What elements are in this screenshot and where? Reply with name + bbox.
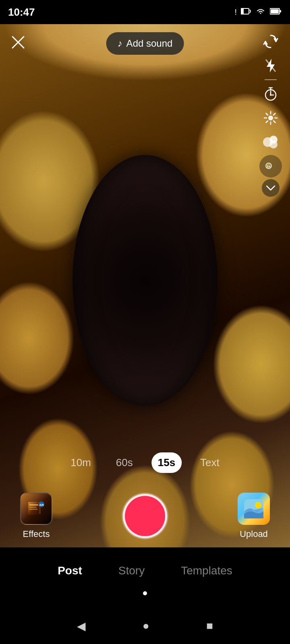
svg-rect-28: [28, 502, 40, 515]
back-button[interactable]: ◀: [77, 619, 86, 633]
flip-camera-button[interactable]: [259, 30, 282, 53]
effects-label: Effects: [23, 529, 50, 539]
upload-icon: [238, 493, 270, 525]
svg-text:AR: AR: [39, 503, 44, 507]
tab-post[interactable]: Post: [50, 560, 90, 581]
record-button[interactable]: [123, 494, 167, 538]
music-note-icon: ♪: [118, 38, 122, 49]
more-options-button[interactable]: [262, 179, 280, 197]
svg-rect-1: [241, 8, 244, 14]
svg-point-14: [268, 116, 273, 120]
record-button-inner: [129, 500, 161, 532]
add-sound-button[interactable]: ♪ Add sound: [106, 32, 184, 55]
effects-icon: AR: [20, 493, 52, 525]
svg-point-25: [269, 140, 278, 149]
zoom-button[interactable]: 1x: [259, 155, 282, 178]
add-sound-label: Add sound: [126, 38, 173, 49]
recents-button[interactable]: ■: [206, 619, 213, 632]
tiktok-tabs: Post Story Templates: [0, 547, 290, 608]
svg-rect-3: [280, 10, 281, 12]
flash-button[interactable]: [259, 54, 282, 77]
screen-cast-icon: [241, 7, 251, 17]
duration-60s[interactable]: 60s: [110, 452, 139, 473]
duration-text[interactable]: Text: [194, 452, 226, 473]
alert-icon: !: [234, 8, 237, 17]
home-button[interactable]: ●: [143, 619, 149, 632]
svg-rect-32: [29, 507, 37, 508]
svg-rect-33: [29, 509, 37, 510]
nav-row: Post Story Templates: [50, 560, 240, 581]
duration-selector: 10m 60s 15s Text: [64, 452, 226, 473]
status-icons: !: [234, 7, 282, 17]
duration-10m[interactable]: 10m: [64, 452, 97, 473]
close-button[interactable]: [8, 32, 28, 52]
svg-rect-4: [271, 9, 279, 13]
system-navigation: ◀ ● ■: [0, 608, 290, 644]
svg-line-20: [273, 121, 276, 123]
svg-point-13: [270, 94, 271, 96]
effects-button[interactable]: AR Effects: [20, 493, 52, 539]
sunflower-center: [72, 155, 218, 406]
bottom-section: Post Story Templates ◀ ● ■: [0, 547, 290, 644]
svg-line-19: [266, 114, 268, 116]
svg-rect-29: [28, 502, 40, 515]
status-time: 10:47: [8, 6, 35, 19]
battery-icon: [270, 7, 282, 17]
color-filters-button[interactable]: [259, 131, 282, 153]
svg-rect-31: [29, 504, 38, 506]
svg-line-22: [266, 121, 268, 123]
beauty-effects-button[interactable]: [259, 107, 282, 129]
tab-story[interactable]: Story: [110, 560, 153, 581]
upload-button[interactable]: Upload: [238, 493, 270, 539]
wifi-icon: [255, 7, 266, 17]
tab-templates[interactable]: Templates: [173, 560, 240, 581]
camera-bottom-controls: AR Effects Upload: [0, 493, 290, 539]
camera-viewfinder: ♪ Add sound: [0, 24, 290, 547]
svg-point-38: [255, 502, 261, 508]
svg-line-21: [273, 114, 276, 116]
status-bar: 10:47 !: [0, 0, 290, 24]
svg-point-34: [39, 502, 44, 507]
duration-15s[interactable]: 15s: [151, 452, 182, 473]
upload-label: Upload: [240, 529, 268, 539]
nav-indicator: [143, 591, 147, 595]
svg-rect-30: [39, 503, 41, 514]
timer-button[interactable]: [259, 83, 282, 105]
toolbar-divider: [265, 79, 277, 80]
svg-text:1x: 1x: [267, 165, 271, 168]
right-toolbar: 1x: [259, 30, 282, 197]
